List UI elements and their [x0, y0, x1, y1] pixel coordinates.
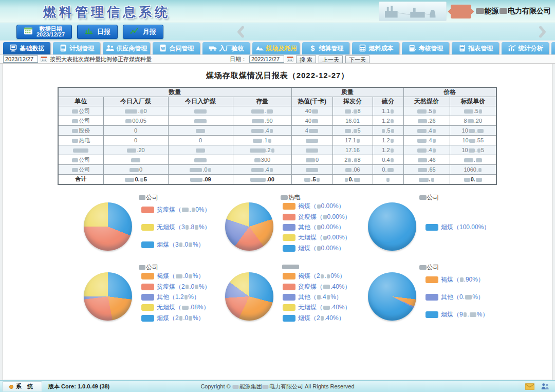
chart-legend: 褐煤（.0%）贫瘦煤（2.0%）其他（1.2%）无烟煤（.08%）烟煤（2.0%…	[141, 271, 211, 324]
table-cell: .5	[403, 106, 450, 116]
legend-item[interactable]: 无烟煤（.08%）	[141, 303, 211, 312]
pie-graphic	[225, 202, 273, 251]
tab-label: 煤场及耗用	[266, 44, 297, 53]
legend-item[interactable]: 无烟煤（3.8%）	[141, 223, 211, 232]
scroll-left-icon[interactable]	[234, 25, 248, 39]
tab-7[interactable]: $结算管理	[302, 42, 349, 55]
report-icon	[458, 44, 467, 53]
legend-swatch	[141, 241, 154, 248]
search-button[interactable]: 搜 索	[296, 55, 316, 63]
table-cell: .5	[373, 126, 403, 136]
tab-11[interactable]: 统计分析	[502, 42, 549, 55]
next-day-button[interactable]: 下一天	[345, 55, 369, 63]
column-header: 存量	[233, 97, 291, 106]
legend-swatch	[283, 304, 295, 311]
tab-1[interactable]: 基础数据	[3, 42, 50, 55]
legend-item[interactable]: 其他（.4%）	[283, 293, 351, 302]
tab-label: 合同管理	[170, 44, 194, 53]
legend-item[interactable]: 贫瘦煤（.40%）	[283, 283, 351, 291]
legend-item[interactable]: 贫瘦煤（0.00%）	[283, 213, 351, 221]
legend-swatch	[425, 311, 438, 318]
table-cell: 40	[291, 106, 332, 116]
legend-swatch	[283, 224, 295, 231]
legend-item[interactable]: 烟煤（100.00%）	[425, 223, 490, 232]
legend-item[interactable]: 其他（0.00%）	[283, 223, 351, 232]
tab-2[interactable]: 计划管理	[53, 42, 100, 55]
legend-item[interactable]: 无烟煤（.40%）	[283, 303, 351, 312]
mail-icon[interactable]	[525, 383, 534, 390]
table-cell	[103, 155, 168, 165]
legend-item[interactable]: 褐煤（2.0%）	[283, 272, 351, 281]
prev-day-button[interactable]: 上一天	[319, 55, 343, 63]
tab-10[interactable]: 报表管理	[452, 42, 499, 55]
table-cell: .90	[233, 116, 291, 126]
column-header: 标煤单价	[450, 97, 496, 106]
legend-item[interactable]: 烟煤（9.%）	[425, 310, 488, 319]
tab-8[interactable]: 燃料成本	[352, 42, 399, 55]
legend-item[interactable]: 褐煤（0.00%）	[283, 202, 351, 211]
left-date-input[interactable]	[3, 55, 38, 63]
data-date-button[interactable]: 数据日期 2023/12/27	[16, 25, 72, 39]
tab-label: 入厂验收	[219, 44, 244, 53]
legend-label: 无烟煤（3.8%）	[157, 223, 211, 232]
tab-5[interactable]: 入厂验收	[202, 42, 250, 55]
chart-legend: 褐煤（2.0%）贫瘦煤（.40%）其他（.4%）无烟煤（.40%）烟煤（2.40…	[283, 271, 351, 324]
column-group-header: 数量	[58, 87, 291, 97]
tab-label: 基础数据	[20, 44, 45, 53]
users-icon[interactable]	[541, 383, 550, 390]
monthly-report-button[interactable]: 月报	[123, 25, 163, 39]
table-cell: .1	[233, 136, 291, 145]
legend-item[interactable]: 贫瘦煤（.0%）	[141, 206, 211, 214]
system-tab[interactable]: 系 统	[2, 381, 42, 391]
legend-label: 烟煤（9.%）	[441, 310, 488, 319]
tab-3[interactable]: 供应商管理	[103, 42, 150, 55]
legend-label: 贫瘦煤（.40%）	[298, 283, 351, 291]
filter-bar: 按照大表批次煤种量比例修正存煤煤种量 日期： 搜 索 上一天 下一天	[0, 55, 555, 64]
pie-graphic	[368, 202, 416, 251]
legend-label: 烟煤（0.00%）	[298, 244, 345, 253]
tab-12[interactable]: 文档管理	[551, 42, 555, 55]
legend-swatch	[283, 203, 295, 210]
table-cell: 300	[233, 155, 291, 165]
table-cell: 公司	[58, 106, 103, 116]
pie-chart-6: 公司褐煤（.90%）其他（0.%）烟煤（9.%）	[362, 263, 496, 327]
legend-swatch	[141, 273, 154, 279]
legend-item[interactable]: 无烟煤（0.00%）	[283, 233, 351, 242]
scroll-right-icon[interactable]	[535, 25, 549, 39]
table-cell: 40	[291, 116, 332, 126]
pie-chart-4: 公司褐煤（.0%）贫瘦煤（2.0%）其他（1.2%）无烟煤（.08%）烟煤（2.…	[78, 263, 219, 327]
legend-item[interactable]: 烟煤（2.0%）	[141, 314, 211, 323]
table-cell: 0.5	[103, 175, 168, 184]
table-cell: 0.	[373, 165, 403, 175]
report-date-input[interactable]	[249, 55, 284, 63]
legend-item[interactable]: 其他（1.2%）	[141, 293, 211, 302]
calendar-small-icon[interactable]	[41, 56, 47, 62]
tab-4[interactable]: W合同管理	[153, 42, 200, 55]
legend-item[interactable]: 烟煤（2.40%）	[283, 314, 351, 323]
tab-9[interactable]: 考核管理	[402, 42, 449, 55]
pie-graphic	[84, 202, 132, 251]
system-icon	[9, 385, 13, 389]
bar-chart-icon	[84, 27, 94, 36]
calendar-small-icon[interactable]	[287, 56, 293, 62]
table-cell: .06	[332, 165, 373, 175]
legend-item[interactable]: 褐煤（.90%）	[425, 275, 488, 284]
legend-item[interactable]: 烟煤（0.00%）	[283, 244, 351, 253]
legend-item[interactable]: 其他（0.%）	[425, 293, 488, 302]
table-cell: 0.	[450, 175, 496, 184]
tab-6[interactable]: 煤场及耗用	[252, 42, 300, 55]
table-cell: .5	[332, 126, 373, 136]
table-cell: .26	[403, 116, 450, 126]
daily-report-button[interactable]: 日报	[77, 25, 118, 39]
legend-item[interactable]: 贫瘦煤（2.0%）	[141, 283, 211, 291]
legend-swatch	[283, 294, 295, 301]
legend-swatch	[283, 273, 295, 279]
legend-label: 贫瘦煤（2.0%）	[157, 283, 211, 291]
tab-label: 统计分析	[519, 44, 543, 53]
app-title: 燃料管理信息系统	[43, 4, 171, 21]
table-cell: .5	[450, 106, 496, 116]
table-cell	[291, 165, 332, 175]
legend-item[interactable]: 褐煤（.0%）	[141, 272, 211, 281]
legend-label: 其他（0.%）	[441, 293, 484, 302]
legend-item[interactable]: 烟煤（3.0%）	[141, 240, 211, 249]
